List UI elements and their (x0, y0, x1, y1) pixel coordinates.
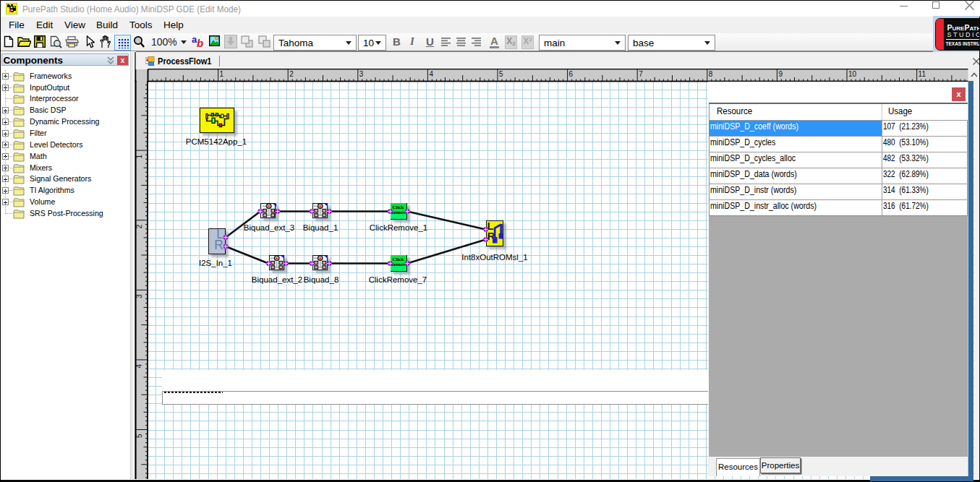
svg-text:5: 5 (499, 70, 503, 78)
svg-text:3: 3 (135, 294, 143, 298)
svg-text:1: 1 (135, 155, 143, 159)
svg-text:6: 6 (569, 70, 574, 78)
svg-text:4: 4 (135, 363, 143, 368)
svg-text:9: 9 (778, 70, 783, 78)
svg-text:3: 3 (359, 70, 364, 78)
svg-text:10: 10 (848, 70, 857, 78)
svg-text:1: 1 (220, 70, 224, 78)
svg-text:2: 2 (135, 224, 143, 228)
svg-text:7: 7 (639, 70, 643, 78)
svg-text:5: 5 (135, 434, 143, 438)
svg-text:4: 4 (429, 70, 433, 78)
svg-text:8: 8 (709, 70, 713, 78)
svg-text:2: 2 (289, 70, 294, 78)
svg-text:11: 11 (919, 70, 926, 78)
